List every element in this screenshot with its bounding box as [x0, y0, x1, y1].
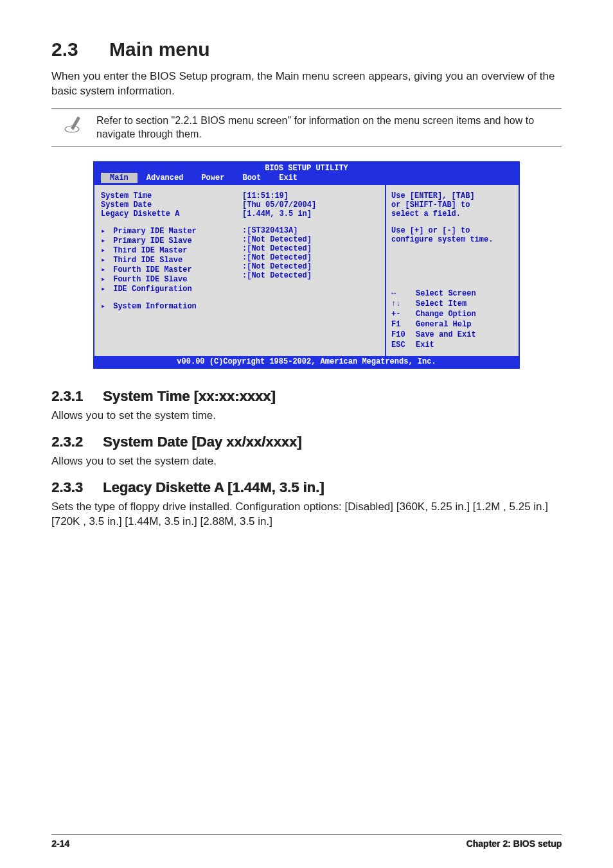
bios-help-key: ↑↓ — [391, 299, 411, 308]
intro-paragraph: When you enter the BIOS Setup program, t… — [51, 69, 562, 99]
bios-help-pane: Use [ENTER], [TAB] or [SHIFT-TAB] to sel… — [386, 185, 519, 356]
subsection-body: Allows you to set the system date. — [51, 454, 562, 469]
bios-field-value: [11:51:19] — [242, 191, 378, 200]
bios-help-desc: Change Option — [416, 310, 513, 319]
page-footer: 2-14 Chapter 2: BIOS setup — [51, 834, 562, 849]
bios-subitem-label: ▸ Primary IDE Slave — [101, 236, 229, 245]
bios-field-label: System Date — [101, 200, 229, 209]
subsection-body: Sets the type of floppy drive installed.… — [51, 500, 562, 529]
bios-field-label: Legacy Diskette A — [101, 209, 229, 218]
bios-help-line: configure system time. — [391, 235, 513, 244]
bios-field-label: System Time — [101, 191, 229, 200]
bios-help-desc: General Help — [416, 320, 513, 329]
subsection-title: Legacy Diskette A [1.44M, 3.5 in.] — [103, 479, 324, 495]
note-block: Refer to section "2.2.1 BIOS menu screen… — [51, 108, 562, 147]
bios-help-desc: Select Screen — [416, 289, 513, 298]
bios-tabs: Main Advanced Power Boot Exit — [94, 173, 519, 185]
bios-screenshot: BIOS SETUP UTILITY Main Advanced Power B… — [93, 161, 520, 369]
note-text: Refer to section "2.2.1 BIOS menu screen… — [96, 114, 562, 141]
bios-subitem-value: :[Not Detected] — [242, 253, 378, 262]
bios-field-value: [1.44M, 3.5 in] — [242, 209, 378, 218]
subsection-title: System Time [xx:xx:xxxx] — [103, 388, 276, 404]
subsection-number: 2.3.1 — [51, 388, 103, 405]
bios-subitem-label: ▸ Fourth IDE Master — [101, 265, 229, 274]
bios-help-line: select a field. — [391, 209, 513, 218]
bios-subitem-value: :[Not Detected] — [242, 244, 378, 253]
bios-help-key: F1 — [391, 320, 411, 329]
bios-help-key: ↔ — [391, 289, 411, 298]
bios-help-line: Use [+] or [-] to — [391, 226, 513, 235]
subsection-title: System Date [Day xx/xx/xxxx] — [103, 434, 301, 450]
bios-help-line: or [SHIFT-TAB] to — [391, 200, 513, 209]
bios-subitem-value: :[Not Detected] — [242, 235, 378, 244]
bios-field-value: [Thu 05/07/2004] — [242, 200, 378, 209]
bios-help-keys: ↔Select Screen ↑↓Select Item +-Change Op… — [391, 289, 513, 350]
bios-footer: v00.00 (C)Copyright 1985-2002, American … — [94, 356, 519, 368]
section-heading: 2.3Main menu — [51, 39, 562, 60]
bios-subitem-value: :[Not Detected] — [242, 262, 378, 271]
bios-subitem-label: ▸ Primary IDE Master — [101, 226, 229, 236]
bios-subitem-label: ▸ Third IDE Slave — [101, 255, 229, 265]
bios-tab-boot: Boot — [233, 173, 270, 183]
subsection-heading: 2.3.1System Time [xx:xx:xxxx] — [51, 388, 562, 405]
bios-subitem-label: ▸ Fourth IDE Slave — [101, 274, 229, 284]
page-number: 2-14 — [51, 838, 69, 849]
subsection-number: 2.3.2 — [51, 434, 103, 450]
bios-help-key: ESC — [391, 341, 411, 350]
section-title: Main menu — [109, 39, 210, 60]
bios-help-desc: Exit — [416, 341, 513, 350]
subsection-body: Allows you to set the system time. — [51, 409, 562, 423]
subsection-heading: 2.3.2System Date [Day xx/xx/xxxx] — [51, 434, 562, 450]
bios-help-key: F10 — [391, 330, 411, 339]
section-number: 2.3 — [51, 39, 109, 60]
bios-subitem-label: ▸ System Information — [101, 301, 229, 311]
bios-subitem-label: ▸ IDE Configuration — [101, 284, 229, 294]
bios-help-key: +- — [391, 310, 411, 319]
bios-tab-main: Main — [101, 173, 138, 183]
bios-help-line: Use [ENTER], [TAB] — [391, 191, 513, 200]
bios-help-desc: Select Item — [416, 299, 513, 308]
note-icon — [51, 114, 96, 136]
bios-title: BIOS SETUP UTILITY — [94, 163, 519, 173]
bios-subitem-label: ▸ Third IDE Master — [101, 245, 229, 255]
bios-help-desc: Save and Exit — [416, 330, 513, 339]
bios-left-pane: System Time System Date Legacy Diskette … — [94, 185, 386, 356]
subsection-heading: 2.3.3Legacy Diskette A [1.44M, 3.5 in.] — [51, 479, 562, 496]
page-chapter: Chapter 2: BIOS setup — [466, 838, 562, 849]
subsection-number: 2.3.3 — [51, 479, 103, 496]
bios-tab-power: Power — [192, 173, 233, 183]
bios-tab-advanced: Advanced — [138, 173, 193, 183]
bios-subitem-value: :[Not Detected] — [242, 271, 378, 280]
bios-tab-exit: Exit — [270, 173, 306, 183]
bios-subitem-value: :[ST320413A] — [242, 226, 378, 235]
